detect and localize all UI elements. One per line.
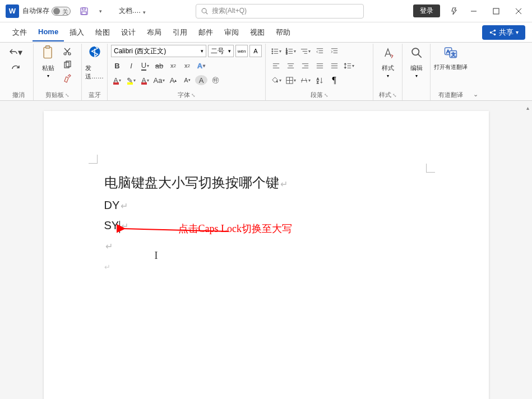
coming-soon-button[interactable] bbox=[447, 3, 462, 19]
paragraph-mark-icon: ↵ bbox=[104, 263, 110, 271]
tab-mailings[interactable]: 邮件 bbox=[193, 23, 219, 42]
document-page[interactable]: 电脑键盘大小写切换按哪个键↵ DY↵ SY↵ ↵ ↵ 点击Caps Lock切换… bbox=[44, 111, 489, 399]
grow-font-button[interactable]: A▴ bbox=[167, 74, 179, 86]
maximize-button[interactable] bbox=[485, 3, 507, 20]
tab-references[interactable]: 引用 bbox=[167, 23, 193, 42]
word-app-icon: W bbox=[6, 4, 19, 18]
paragraph-dialog-launcher[interactable]: ⤡ bbox=[324, 92, 329, 98]
doc-line-2[interactable]: DY↵ bbox=[104, 195, 428, 215]
autosave-toggle[interactable]: 关 bbox=[52, 7, 71, 16]
bluetooth-send-button[interactable]: 发送…… bbox=[85, 45, 104, 81]
shading-button[interactable]: ▾ bbox=[269, 74, 283, 86]
font-color-a-button[interactable]: A▾ bbox=[111, 74, 123, 86]
svg-point-23 bbox=[271, 50, 272, 52]
svg-rect-15 bbox=[46, 46, 50, 48]
numbering-button[interactable]: 123▾ bbox=[284, 45, 297, 57]
youdao-translate-button[interactable]: A文 打开有道翻译 bbox=[434, 45, 468, 70]
styles-dialog-launcher[interactable]: ⤡ bbox=[392, 92, 397, 98]
tab-help[interactable]: 帮助 bbox=[270, 23, 296, 42]
justify-button[interactable] bbox=[313, 59, 326, 72]
font-color-button[interactable]: A▾ bbox=[139, 74, 151, 86]
doc-title-line[interactable]: 电脑键盘大小写切换按哪个键↵ bbox=[104, 170, 428, 195]
cut-button[interactable] bbox=[61, 46, 74, 57]
bold-button[interactable]: B bbox=[111, 59, 123, 72]
line-spacing-button[interactable]: ▾ bbox=[342, 59, 355, 72]
minimize-button[interactable] bbox=[462, 3, 485, 20]
paste-button[interactable]: 粘贴 ▾ bbox=[37, 45, 59, 78]
annotation-text: 点击Caps Lock切换至大写 bbox=[178, 222, 292, 235]
group-font-label: 字体 bbox=[178, 91, 190, 99]
multilevel-list-button[interactable]: ▾ bbox=[298, 45, 312, 57]
format-painter-button[interactable] bbox=[61, 73, 74, 84]
login-button[interactable]: 登录 bbox=[413, 4, 440, 17]
sort-button[interactable]: AZ bbox=[313, 74, 326, 86]
asian-layout-button[interactable]: ▾ bbox=[298, 74, 312, 86]
character-border-button[interactable]: A bbox=[249, 45, 262, 57]
borders-button[interactable]: ▾ bbox=[284, 74, 297, 86]
strikethrough-button[interactable]: ab bbox=[153, 59, 165, 72]
highlight-button[interactable]: ✎▾ bbox=[125, 74, 137, 86]
redo-button[interactable] bbox=[7, 62, 25, 74]
title-bar: W 自动保存 关 文档.… 搜索(Alt+Q) 登录 bbox=[0, 0, 532, 22]
superscript-button[interactable]: x2 bbox=[181, 59, 193, 72]
show-marks-button[interactable]: ¶ bbox=[327, 74, 341, 86]
distributed-button[interactable] bbox=[327, 59, 341, 72]
phonetic-guide-button[interactable]: wén bbox=[235, 45, 248, 57]
collapse-ribbon-button[interactable]: ⌄ bbox=[471, 44, 480, 100]
share-icon bbox=[489, 29, 497, 36]
italic-button[interactable]: I bbox=[125, 59, 137, 72]
bullets-button[interactable]: ▾ bbox=[269, 45, 283, 57]
group-clipboard-label: 剪贴板 bbox=[45, 91, 64, 99]
group-undo-label: 撤消 bbox=[7, 90, 30, 100]
group-styles-label: 样式 bbox=[379, 91, 391, 99]
group-paragraph: ▾ 123▾ ▾ ▾ ▾ ▾ ▾ AZ ¶ 段落⤡ bbox=[266, 44, 373, 100]
close-button[interactable] bbox=[507, 3, 530, 20]
svg-rect-14 bbox=[44, 47, 52, 58]
align-right-button[interactable] bbox=[298, 59, 312, 72]
vertical-scrollbar[interactable]: ▴ bbox=[524, 103, 531, 398]
svg-rect-2 bbox=[82, 12, 86, 15]
document-area[interactable]: 电脑键盘大小写切换按哪个键↵ DY↵ SY↵ ↵ ↵ 点击Caps Lock切换… bbox=[0, 101, 532, 399]
underline-button[interactable]: U▾ bbox=[139, 59, 151, 72]
copy-button[interactable] bbox=[61, 59, 74, 71]
tab-design[interactable]: 设计 bbox=[115, 23, 141, 42]
document-name-dropdown[interactable] bbox=[142, 6, 146, 16]
tab-view[interactable]: 视图 bbox=[244, 23, 270, 42]
tab-insert[interactable]: 插入 bbox=[64, 23, 90, 42]
group-font: Calibri (西文正文)▾ 二号▾ wén A B I U▾ ab x2 x… bbox=[108, 44, 266, 100]
styles-button[interactable]: 样式▾ bbox=[380, 45, 396, 78]
paragraph-mark-icon: ↵ bbox=[121, 201, 128, 211]
share-button[interactable]: 共享▾ bbox=[482, 25, 525, 40]
align-left-button[interactable] bbox=[269, 59, 283, 72]
group-clipboard: 粘贴 ▾ 剪贴板⤡ bbox=[34, 44, 82, 100]
decrease-indent-button[interactable] bbox=[313, 45, 326, 57]
increase-indent-button[interactable] bbox=[327, 45, 341, 57]
tab-review[interactable]: 审阅 bbox=[219, 23, 244, 42]
search-box[interactable]: 搜索(Alt+Q) bbox=[196, 4, 364, 18]
document-name[interactable]: 文档.… bbox=[119, 6, 141, 16]
align-center-button[interactable] bbox=[284, 59, 297, 72]
tab-file[interactable]: 文件 bbox=[7, 23, 33, 42]
character-shading-button[interactable]: A bbox=[195, 75, 207, 85]
tab-layout[interactable]: 布局 bbox=[141, 23, 167, 42]
search-icon bbox=[201, 7, 209, 15]
enclose-characters-button[interactable]: ㊕ bbox=[209, 74, 221, 86]
text-effects-button[interactable]: A▾ bbox=[195, 59, 207, 72]
clipboard-dialog-launcher[interactable]: ⤡ bbox=[65, 92, 70, 98]
tab-draw[interactable]: 绘图 bbox=[90, 23, 115, 42]
svg-line-4 bbox=[206, 12, 207, 14]
search-placeholder: 搜索(Alt+Q) bbox=[212, 6, 247, 16]
change-case-button[interactable]: Aa▾ bbox=[153, 74, 165, 86]
save-button[interactable] bbox=[76, 3, 92, 19]
font-size-combo[interactable]: 二号▾ bbox=[208, 45, 234, 57]
editing-button[interactable]: 编辑▾ bbox=[409, 45, 424, 78]
shrink-font-button[interactable]: A▾ bbox=[181, 74, 193, 86]
tab-home[interactable]: Home bbox=[33, 23, 64, 41]
scroll-up-button[interactable]: ▴ bbox=[524, 103, 531, 112]
undo-button[interactable]: ▾ bbox=[7, 46, 25, 58]
qat-more-button[interactable] bbox=[92, 3, 108, 19]
font-name-combo[interactable]: Calibri (西文正文)▾ bbox=[111, 45, 206, 57]
doc-line-5[interactable]: ↵ bbox=[104, 256, 428, 276]
font-dialog-launcher[interactable]: ⤡ bbox=[191, 92, 196, 98]
subscript-button[interactable]: x2 bbox=[167, 59, 179, 72]
